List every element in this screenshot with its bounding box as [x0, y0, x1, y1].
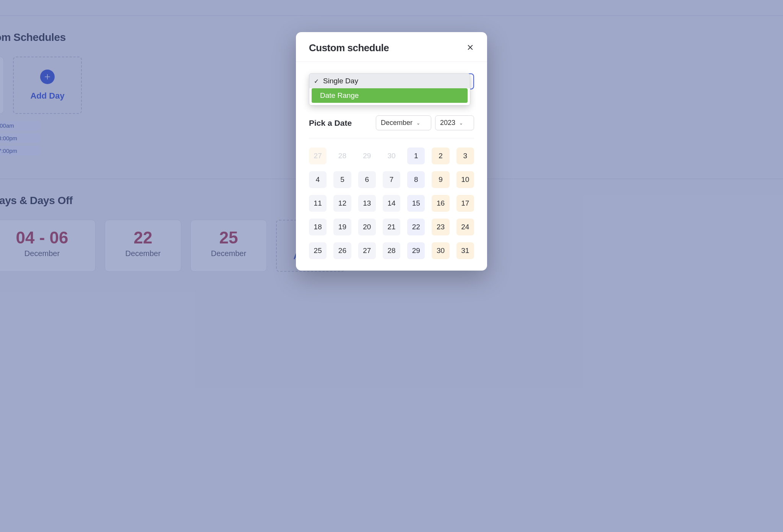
calendar-day[interactable]: 23: [432, 219, 449, 235]
calendar-day[interactable]: 31: [456, 242, 474, 259]
calendar-day[interactable]: 26: [333, 242, 351, 259]
calendar-day[interactable]: 4: [309, 171, 327, 188]
calendar-day[interactable]: 18: [309, 219, 327, 235]
dropdown-option-label: Date Range: [320, 91, 359, 99]
calendar-day: 28: [333, 148, 351, 164]
calendar-day: 30: [383, 148, 400, 164]
calendar-day[interactable]: 9: [432, 171, 449, 188]
calendar-day[interactable]: 12: [333, 195, 351, 212]
calendar-day[interactable]: 24: [456, 219, 474, 235]
calendar-day[interactable]: 6: [358, 171, 376, 188]
modal-title: Custom schedule: [309, 42, 389, 54]
month-select[interactable]: December ⌄: [376, 115, 431, 130]
custom-schedule-modal: Custom schedule ✓ Single Day Date Range …: [296, 32, 487, 271]
calendar-day[interactable]: 13: [358, 195, 376, 212]
month-year-selects: December ⌄ 2023 ⌄: [376, 115, 474, 130]
calendar-day[interactable]: 25: [309, 242, 327, 259]
calendar-day: 27: [309, 148, 327, 164]
year-select[interactable]: 2023 ⌄: [435, 115, 474, 130]
pick-date-label: Pick a Date: [309, 118, 352, 128]
close-button[interactable]: [465, 42, 476, 54]
calendar-day[interactable]: 17: [456, 195, 474, 212]
calendar-day[interactable]: 1: [407, 148, 425, 164]
pick-date-row: Pick a Date December ⌄ 2023 ⌄: [309, 115, 474, 130]
year-select-value: 2023: [440, 119, 455, 127]
dropdown-option-date-range[interactable]: Date Range: [312, 88, 468, 103]
chevron-down-icon: ⌄: [459, 120, 463, 126]
calendar-day[interactable]: 10: [456, 171, 474, 188]
modal-header: Custom schedule: [296, 32, 487, 62]
calendar-day[interactable]: 8: [407, 171, 425, 188]
calendar-day[interactable]: 3: [456, 148, 474, 164]
calendar-day[interactable]: 29: [407, 242, 425, 259]
modal-body: ✓ Single Day Date Range Pick a Date Dece…: [296, 62, 487, 271]
dropdown-option-single-day[interactable]: ✓ Single Day: [309, 74, 470, 88]
calendar-day[interactable]: 27: [358, 242, 376, 259]
calendar-grid: 2728293012345678910111213141516171819202…: [309, 148, 474, 259]
calendar-day[interactable]: 21: [383, 219, 400, 235]
calendar-day[interactable]: 14: [383, 195, 400, 212]
divider: [309, 138, 474, 138]
calendar-day[interactable]: 15: [407, 195, 425, 212]
mode-dropdown[interactable]: ✓ Single Day Date Range: [309, 73, 470, 105]
calendar-day[interactable]: 7: [383, 171, 400, 188]
checkmark-icon: ✓: [314, 78, 319, 85]
month-select-value: December: [381, 119, 413, 127]
calendar-day[interactable]: 16: [432, 195, 449, 212]
calendar-day[interactable]: 28: [383, 242, 400, 259]
calendar-day[interactable]: 19: [333, 219, 351, 235]
calendar-day[interactable]: 30: [432, 242, 449, 259]
close-icon: [466, 44, 474, 51]
calendar-day[interactable]: 22: [407, 219, 425, 235]
calendar-day[interactable]: 20: [358, 219, 376, 235]
calendar-day[interactable]: 11: [309, 195, 327, 212]
dropdown-option-label: Single Day: [323, 77, 358, 85]
calendar-day[interactable]: 5: [333, 171, 351, 188]
calendar-day[interactable]: 2: [432, 148, 449, 164]
chevron-down-icon: ⌄: [416, 120, 420, 126]
calendar-day: 29: [358, 148, 376, 164]
